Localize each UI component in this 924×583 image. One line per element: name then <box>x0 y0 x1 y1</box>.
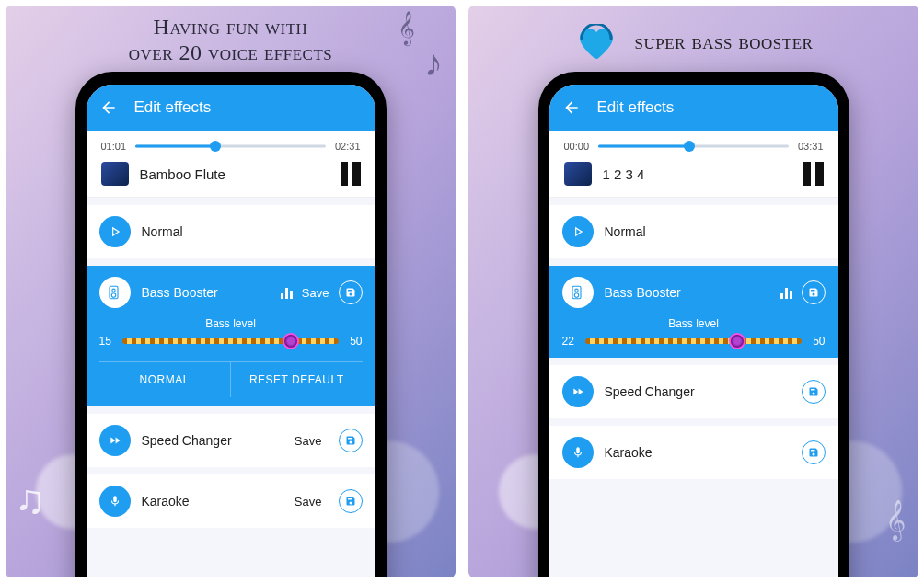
app-logo-icon <box>574 24 618 61</box>
effects-list: Normal Bass Booster <box>549 198 838 577</box>
effect-card-bass-booster: Bass Booster Save Bass level 15 <box>87 266 375 406</box>
track-name: Bamboo Flute <box>140 166 329 182</box>
bass-level-label: Bass level <box>562 317 826 330</box>
play-icon <box>99 216 131 247</box>
effect-card-bass-booster: Bass Booster Bass level 22 <box>549 266 838 358</box>
svg-point-1 <box>111 289 114 292</box>
save-button[interactable] <box>802 280 826 304</box>
fast-forward-icon <box>562 376 594 407</box>
pause-button[interactable] <box>341 162 361 186</box>
save-button[interactable] <box>339 489 363 513</box>
mic-icon <box>562 437 594 468</box>
bass-slider[interactable] <box>122 334 339 349</box>
bass-min: 22 <box>562 335 574 348</box>
track-name: 1 2 3 4 <box>603 166 792 182</box>
save-button[interactable] <box>339 429 363 452</box>
effects-list: Normal Bass Booster Save <box>87 198 375 577</box>
bass-slider[interactable] <box>585 334 802 349</box>
mic-icon <box>99 486 131 517</box>
time-total: 02:31 <box>335 141 361 152</box>
player: 00:00 03:31 1 2 3 4 <box>549 131 838 198</box>
svg-point-4 <box>574 289 577 292</box>
promo-panel-left: 𝄞 ♪ ♫ Having fun with over 20 voice effe… <box>6 6 456 577</box>
save-label: Save <box>295 495 322 509</box>
effect-row-normal[interactable]: Normal <box>549 205 838 258</box>
effect-label: Karaoke <box>605 445 791 460</box>
promo-panel-right: 𝄞 super bass booster Edit effects 00:00 <box>468 6 918 577</box>
equalizer-icon[interactable] <box>780 286 792 299</box>
effect-label: Bass Booster <box>605 285 769 300</box>
time-current: 00:00 <box>564 141 590 152</box>
bass-min: 15 <box>99 335 111 348</box>
svg-point-2 <box>111 293 116 298</box>
svg-point-5 <box>574 293 579 298</box>
save-label: Save <box>302 286 329 300</box>
bass-icon <box>562 277 594 308</box>
effect-label: Normal <box>605 224 826 239</box>
headline: super bass booster <box>468 6 918 70</box>
equalizer-icon[interactable] <box>281 286 293 299</box>
effect-row-karaoke[interactable]: Karaoke Save <box>87 474 375 528</box>
appbar-title: Edit effects <box>134 98 212 117</box>
appbar: Edit effects <box>549 85 838 131</box>
effect-row-karaoke[interactable]: Karaoke <box>549 426 838 479</box>
phone-mockup: Edit effects 01:01 02:31 Bamboo Flute <box>75 72 387 577</box>
effect-label: Karaoke <box>142 494 283 509</box>
back-icon[interactable] <box>562 98 581 117</box>
bass-max: 50 <box>813 335 825 348</box>
headline-text: super bass booster <box>635 29 814 55</box>
bass-level-label: Bass level <box>99 317 363 330</box>
pause-button[interactable] <box>803 162 824 186</box>
phone-mockup: Edit effects 00:00 03:31 1 2 3 4 <box>538 72 849 577</box>
seek-bar[interactable] <box>598 140 789 153</box>
effect-label: Normal <box>142 224 363 239</box>
treble-clef-icon: 𝄞 <box>885 500 906 541</box>
play-icon <box>562 216 594 247</box>
appbar-title: Edit effects <box>597 98 675 117</box>
save-label: Save <box>295 434 322 448</box>
track-art-icon <box>564 162 592 186</box>
headline-line1: Having fun with <box>24 15 437 40</box>
effect-row-speed-changer[interactable]: Speed Changer <box>549 365 838 418</box>
effect-label: Speed Changer <box>605 384 791 399</box>
music-note-icon: ♫ <box>15 476 45 522</box>
bass-max: 50 <box>350 335 362 348</box>
seek-bar[interactable] <box>135 140 326 153</box>
save-button[interactable] <box>339 280 363 304</box>
bass-normal-button[interactable]: NORMAL <box>99 362 232 397</box>
headline: Having fun with over 20 voice effects <box>6 6 456 70</box>
player: 01:01 02:31 Bamboo Flute <box>87 131 375 198</box>
save-button[interactable] <box>802 380 826 404</box>
bass-icon <box>99 277 131 308</box>
bass-reset-button[interactable]: RESET DEFAULT <box>231 362 363 397</box>
headline-line2: over 20 voice effects <box>24 40 437 66</box>
effect-row-speed-changer[interactable]: Speed Changer Save <box>87 414 375 467</box>
effect-label: Bass Booster <box>142 285 270 300</box>
effect-label: Speed Changer <box>142 433 283 448</box>
track-art-icon <box>101 162 129 186</box>
appbar: Edit effects <box>87 85 375 131</box>
fast-forward-icon <box>99 425 131 456</box>
save-button[interactable] <box>802 440 826 464</box>
time-current: 01:01 <box>101 141 127 152</box>
back-icon[interactable] <box>99 98 118 117</box>
time-total: 03:31 <box>798 141 824 152</box>
effect-row-normal[interactable]: Normal <box>87 205 375 258</box>
